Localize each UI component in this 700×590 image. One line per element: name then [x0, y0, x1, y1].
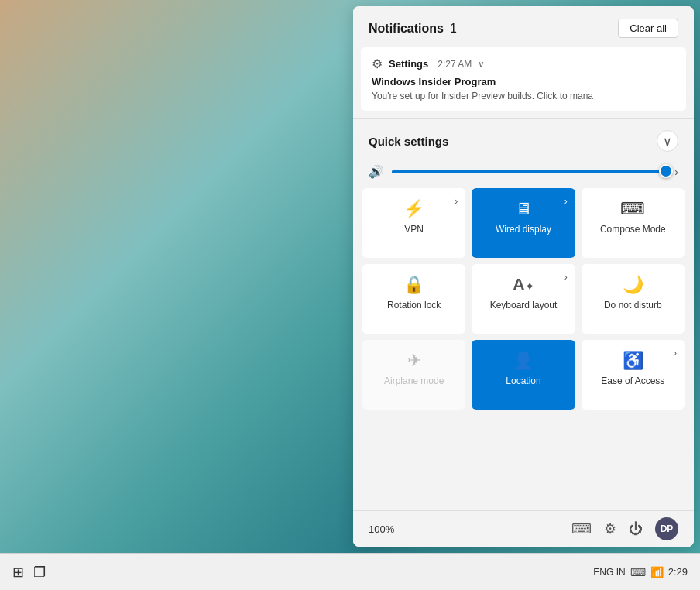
language-indicator: ENG IN — [593, 567, 625, 578]
taskbar-right: ENG IN ⌨ 📶 2:29 — [593, 566, 688, 578]
file-explorer-button[interactable]: ❐ — [33, 564, 46, 581]
keyboard-layout-label: Keyboard layout — [490, 300, 558, 310]
qs-tile-compose-mode[interactable]: ⌨ Compose Mode — [582, 188, 685, 258]
ease-of-access-label: Ease of Access — [601, 376, 664, 386]
volume-row: 🔊 › — [353, 160, 694, 188]
rotation-lock-label: Rotation lock — [387, 300, 441, 310]
notification-item-header: ⚙ Settings 2:27 AM ∨ — [372, 57, 675, 71]
user-avatar[interactable]: DP — [655, 517, 678, 540]
ease-of-access-icon: ♿ — [623, 351, 643, 371]
volume-slider[interactable] — [392, 170, 667, 173]
qs-tile-do-not-disturb[interactable]: 🌙 Do not disturb — [582, 264, 685, 334]
wired-display-label: Wired display — [496, 224, 551, 235]
start-button[interactable]: ⊞ — [12, 564, 24, 581]
keyboard-bottom-icon[interactable]: ⌨ — [571, 520, 592, 537]
compose-mode-label: Compose Mode — [600, 224, 666, 235]
battery-percent: 100% — [369, 523, 394, 535]
power-bottom-icon[interactable]: ⏻ — [629, 521, 643, 537]
vpn-label: VPN — [404, 224, 424, 235]
taskbar: ⊞ ❐ ENG IN ⌨ 📶 2:29 — [0, 553, 700, 590]
keyboard-tray-icon[interactable]: ⌨ — [630, 566, 646, 578]
notifications-header: Notifications 1 Clear all — [353, 6, 694, 47]
qs-tile-rotation-lock[interactable]: 🔒 Rotation lock — [362, 264, 465, 334]
network-tray-icon[interactable]: 📶 — [650, 566, 664, 578]
keyboard-layout-icon: A✦ — [513, 275, 534, 295]
notifications-count: 1 — [450, 22, 457, 36]
notifications-title: Notifications — [369, 22, 444, 36]
gear-icon: ⚙ — [372, 57, 383, 71]
qs-tile-vpn[interactable]: › ⚡ VPN — [362, 188, 465, 258]
qs-tile-wired-display[interactable]: › 🖥 Wired display — [472, 188, 575, 258]
notification-title: Windows Insider Program — [372, 76, 675, 87]
qs-tile-airplane-mode[interactable]: ✈ Airplane mode — [362, 340, 465, 410]
quick-settings-title: Quick settings — [369, 135, 448, 148]
notification-body: You're set up for Insider Preview builds… — [372, 91, 675, 101]
quick-settings-bottom-bar: 100% ⌨ ⚙ ⏻ DP — [353, 510, 694, 547]
rotation-lock-icon: 🔒 — [403, 275, 424, 295]
quick-settings-grid: › ⚡ VPN › 🖥 Wired display ⌨ Compose Mode… — [353, 188, 694, 417]
vpn-arrow-icon: › — [455, 196, 458, 207]
compose-mode-icon: ⌨ — [620, 199, 645, 219]
location-icon: 👤 — [513, 351, 534, 371]
wired-display-arrow-icon: › — [564, 196, 568, 207]
qs-tile-location[interactable]: 👤 Location — [472, 340, 575, 410]
do-not-disturb-icon: 🌙 — [623, 275, 643, 295]
quick-settings-section: Quick settings ∨ 🔊 › › ⚡ VPN › 🖥 — [353, 119, 694, 547]
vpn-icon: ⚡ — [403, 199, 424, 219]
taskbar-left: ⊞ ❐ — [12, 564, 46, 581]
ease-of-access-arrow-icon: › — [674, 348, 677, 358]
taskbar-clock[interactable]: 2:29 — [668, 566, 688, 578]
keyboard-layout-arrow-icon: › — [564, 272, 568, 283]
notification-time: 2:27 AM — [438, 59, 472, 70]
volume-expand-icon[interactable]: › — [674, 166, 678, 178]
airplane-mode-icon: ✈ — [407, 351, 421, 371]
qs-tile-keyboard-layout[interactable]: › A✦ Keyboard layout — [472, 264, 575, 334]
notification-item[interactable]: ⚙ Settings 2:27 AM ∨ Windows Insider Pro… — [361, 47, 686, 111]
notification-chevron-icon[interactable]: ∨ — [478, 59, 485, 70]
volume-slider-thumb[interactable] — [659, 164, 673, 178]
airplane-mode-label: Airplane mode — [384, 376, 444, 386]
quick-settings-bottom-icons: ⌨ ⚙ ⏻ DP — [571, 517, 678, 540]
location-label: Location — [506, 376, 540, 386]
volume-slider-fill — [392, 170, 634, 173]
volume-icon: 🔊 — [369, 164, 384, 179]
notification-panel: Notifications 1 Clear all ⚙ Settings 2:2… — [353, 6, 694, 547]
quick-settings-header: Quick settings ∨ — [353, 119, 694, 160]
notification-app-name: Settings — [389, 58, 428, 70]
quick-settings-collapse-button[interactable]: ∨ — [657, 130, 678, 152]
do-not-disturb-label: Do not disturb — [604, 300, 662, 310]
qs-tile-ease-of-access[interactable]: › ♿ Ease of Access — [582, 340, 685, 410]
clear-all-button[interactable]: Clear all — [618, 19, 678, 38]
settings-bottom-icon[interactable]: ⚙ — [604, 520, 616, 537]
wired-display-icon: 🖥 — [515, 199, 532, 219]
notifications-title-area: Notifications 1 — [369, 22, 457, 36]
